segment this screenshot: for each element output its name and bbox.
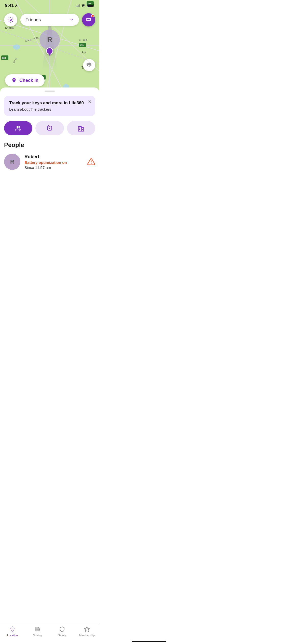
svg-text:SH-133: SH-133 <box>79 39 87 41</box>
person-status: Battery optimization on <box>24 160 83 165</box>
settings-button[interactable] <box>4 13 17 26</box>
tile-banner-subtitle: Learn about Tile trackers <box>9 107 90 111</box>
svg-point-34 <box>10 19 11 21</box>
svg-point-42 <box>17 126 18 128</box>
action-buttons-row <box>0 121 99 135</box>
svg-point-25 <box>13 45 20 50</box>
people-section-title: People <box>4 141 95 149</box>
time-display: 9:41 <box>5 3 14 8</box>
tile-banner-title: Track your keys and more in Life360 <box>9 100 90 106</box>
svg-point-38 <box>89 19 90 20</box>
people-section: People R Robert Battery optimization on … <box>0 141 99 175</box>
svg-text:Adr: Adr <box>82 51 86 54</box>
status-icons <box>76 4 94 7</box>
layers-button[interactable] <box>83 59 95 71</box>
svg-rect-50 <box>79 129 80 130</box>
places-tab-button[interactable] <box>67 121 95 135</box>
svg-point-45 <box>49 128 50 129</box>
person-name: Robert <box>24 154 83 159</box>
map-pin <box>46 47 53 54</box>
map-avatar: R <box>39 30 60 50</box>
location-arrow-icon <box>15 4 18 7</box>
chat-button[interactable] <box>82 13 95 26</box>
friends-dropdown[interactable]: Friends <box>20 14 79 26</box>
svg-point-0 <box>83 7 84 7</box>
friends-label: Friends <box>25 17 41 23</box>
svg-point-43 <box>18 126 20 128</box>
drag-handle <box>45 91 55 92</box>
people-tab-button[interactable] <box>4 121 32 135</box>
svg-rect-2 <box>94 5 94 6</box>
warning-icon <box>87 158 95 166</box>
avatar-initial: R <box>47 36 52 44</box>
checkin-pin-icon <box>11 78 17 83</box>
svg-rect-3 <box>87 5 93 7</box>
svg-text:133: 133 <box>80 44 84 47</box>
checkin-label: Check in <box>19 78 38 83</box>
people-icon <box>15 125 22 132</box>
svg-rect-51 <box>82 129 83 130</box>
layers-icon <box>86 62 92 68</box>
chevron-down-icon <box>70 18 74 22</box>
status-bar: 9:41 <box>0 0 99 11</box>
battery-icon <box>87 4 94 7</box>
svg-rect-47 <box>78 126 82 131</box>
tile-close-button[interactable]: ✕ <box>88 99 92 104</box>
svg-point-54 <box>91 163 92 164</box>
signal-icon <box>76 4 79 7</box>
user-map-marker: R <box>39 30 60 54</box>
svg-text:138: 138 <box>2 57 6 59</box>
tile-icon <box>46 125 53 132</box>
svg-rect-49 <box>79 128 80 129</box>
person-avatar: R <box>4 154 20 170</box>
status-time: 9:41 <box>5 3 18 8</box>
wifi-icon <box>81 4 86 7</box>
bottom-sheet: Track your keys and more in Life360 Lear… <box>0 87 99 175</box>
building-icon <box>77 125 85 132</box>
checkin-button[interactable]: Check in <box>5 74 45 86</box>
chat-icon <box>86 17 92 23</box>
notification-dot <box>91 14 94 17</box>
person-info: Robert Battery optimization on Since 11:… <box>24 154 83 170</box>
svg-point-36 <box>87 19 88 20</box>
map-area: ISAND ROAD SH-133 SH-41 41 138 133 138 h… <box>0 0 99 92</box>
svg-point-37 <box>88 19 89 20</box>
person-since: Since 11:57 am <box>24 165 83 170</box>
person-row[interactable]: R Robert Battery optimization on Since 1… <box>4 154 95 175</box>
person-initial: R <box>10 158 14 165</box>
tile-banner: Track your keys and more in Life360 Lear… <box>4 96 95 116</box>
gear-icon <box>8 17 14 23</box>
svg-point-41 <box>13 79 15 80</box>
tile-tab-button[interactable] <box>35 121 64 135</box>
svg-text:hhatral: hhatral <box>5 26 15 30</box>
